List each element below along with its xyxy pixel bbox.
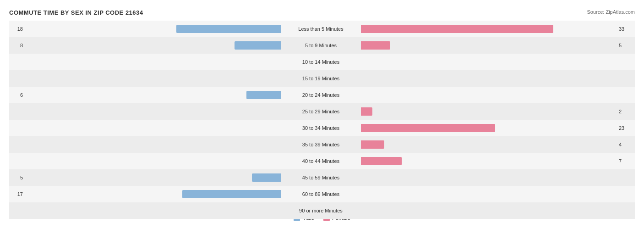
right-bars (360, 57, 617, 67)
row-label: 25 to 29 Minutes (282, 109, 360, 114)
chart-area: 18 Less than 5 Minutes 33 8 5 to 9 Minut… (9, 21, 635, 206)
left-bars (25, 173, 282, 183)
right-bars (360, 173, 617, 183)
bar-male (235, 41, 281, 50)
bars-section: 20 to 24 Minutes (25, 87, 617, 103)
row-label: 45 to 59 Minutes (282, 175, 360, 180)
left-bars (25, 206, 282, 216)
female-value: 5 (617, 43, 635, 48)
right-bars (360, 106, 617, 117)
row-label: 60 to 89 Minutes (282, 191, 360, 197)
bar-male (246, 91, 281, 99)
right-bars (360, 140, 617, 150)
row-label: 40 to 44 Minutes (282, 158, 360, 164)
table-row: 90 or more Minutes (9, 202, 635, 219)
right-bars (360, 40, 617, 50)
right-bars (360, 24, 617, 34)
bar-female (361, 157, 402, 165)
row-label: Less than 5 Minutes (282, 26, 360, 32)
bar-male (176, 25, 281, 33)
bar-male (182, 190, 281, 198)
table-row: 30 to 34 Minutes 23 (9, 120, 635, 136)
bar-female (361, 140, 384, 149)
female-value: 4 (617, 142, 635, 147)
left-bars (25, 90, 282, 100)
bars-section: 40 to 44 Minutes (25, 153, 617, 169)
bars-section: Less than 5 Minutes (25, 21, 617, 37)
row-label: 15 to 19 Minutes (282, 76, 360, 81)
row-label: 5 to 9 Minutes (282, 43, 360, 48)
left-bars (25, 57, 282, 67)
left-bars (25, 123, 282, 133)
left-bars (25, 24, 282, 34)
bar-female (361, 124, 495, 132)
right-bars (360, 206, 617, 216)
table-row: 25 to 29 Minutes 2 (9, 103, 635, 120)
left-bars (25, 106, 282, 117)
bar-female (361, 25, 553, 33)
right-bars (360, 156, 617, 166)
row-label: 30 to 34 Minutes (282, 125, 360, 131)
row-label: 90 or more Minutes (282, 208, 360, 213)
chart-title: COMMUTE TIME BY SEX IN ZIP CODE 21634 (9, 9, 635, 16)
bars-section: 25 to 29 Minutes (25, 103, 617, 120)
table-row: 6 20 to 24 Minutes (9, 87, 635, 103)
male-value: 18 (9, 26, 25, 32)
right-bars (360, 189, 617, 199)
male-value: 8 (9, 43, 25, 48)
table-row: 8 5 to 9 Minutes 5 (9, 37, 635, 54)
male-value: 6 (9, 92, 25, 98)
left-bars (25, 40, 282, 50)
right-bars (360, 123, 617, 133)
row-label: 35 to 39 Minutes (282, 142, 360, 147)
female-value: 2 (617, 109, 635, 114)
bars-section: 45 to 59 Minutes (25, 169, 617, 186)
table-row: 17 60 to 89 Minutes (9, 186, 635, 202)
bars-section: 35 to 39 Minutes (25, 136, 617, 153)
bars-section: 30 to 34 Minutes (25, 120, 617, 136)
male-value: 5 (9, 175, 25, 180)
bars-section: 15 to 19 Minutes (25, 70, 617, 87)
left-bars (25, 189, 282, 199)
bar-female (361, 107, 372, 116)
bars-section: 90 or more Minutes (25, 202, 617, 219)
left-bars (25, 156, 282, 166)
table-row: 5 45 to 59 Minutes (9, 169, 635, 186)
bar-female (361, 41, 390, 50)
table-row: 10 to 14 Minutes (9, 54, 635, 70)
bar-male (252, 173, 281, 182)
bars-section: 60 to 89 Minutes (25, 186, 617, 202)
row-label: 20 to 24 Minutes (282, 92, 360, 98)
table-row: 18 Less than 5 Minutes 33 (9, 21, 635, 37)
male-value: 17 (9, 191, 25, 197)
female-value: 33 (617, 26, 635, 32)
female-value: 7 (617, 158, 635, 164)
right-bars (360, 73, 617, 84)
bars-section: 5 to 9 Minutes (25, 37, 617, 54)
table-row: 35 to 39 Minutes 4 (9, 136, 635, 153)
right-bars (360, 90, 617, 100)
table-row: 40 to 44 Minutes 7 (9, 153, 635, 169)
left-bars (25, 73, 282, 84)
chart-container: COMMUTE TIME BY SEX IN ZIP CODE 21634 So… (0, 0, 644, 240)
table-row: 15 to 19 Minutes (9, 70, 635, 87)
bars-section: 10 to 14 Minutes (25, 54, 617, 70)
female-value: 23 (617, 125, 635, 131)
source-text: Source: ZipAtlas.com (587, 9, 635, 15)
left-bars (25, 140, 282, 150)
row-label: 10 to 14 Minutes (282, 59, 360, 65)
